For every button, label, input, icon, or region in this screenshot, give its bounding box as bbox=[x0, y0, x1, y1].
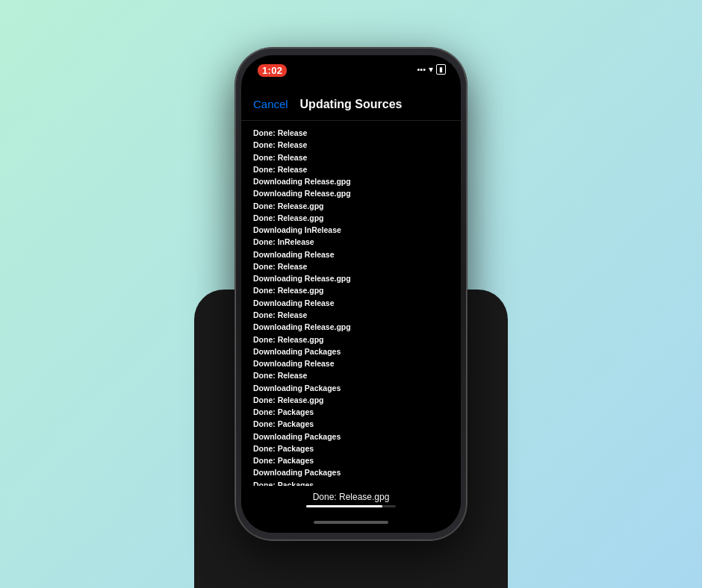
log-line: Downloading Release.gpg bbox=[253, 175, 449, 187]
log-line: Downloading Release.gpg bbox=[253, 187, 449, 199]
log-line: Done: Release.gpg bbox=[253, 200, 449, 212]
home-bar bbox=[314, 521, 388, 524]
log-line: Done: Release.gpg bbox=[253, 284, 449, 296]
log-line: Done: Release.gpg bbox=[253, 212, 449, 224]
log-line: Downloading Release bbox=[253, 357, 449, 369]
battery-container: ▮ bbox=[436, 64, 446, 75]
log-line: Downloading Release.gpg bbox=[253, 272, 449, 284]
progress-bar-fill bbox=[306, 505, 382, 507]
status-time: 1:02 bbox=[258, 64, 287, 77]
status-icons: ••• ▾ ▮ bbox=[417, 64, 446, 75]
log-line: Done: Release.gpg bbox=[253, 334, 449, 345]
log-line: Downloading Packages bbox=[253, 466, 449, 478]
log-line: Done: InRelease bbox=[253, 236, 449, 248]
log-line: Downloading Packages bbox=[253, 345, 449, 357]
cancel-button[interactable]: Cancel bbox=[253, 98, 288, 110]
log-line: Done: Release bbox=[253, 127, 449, 139]
log-line: Downloading Release bbox=[253, 297, 449, 309]
bottom-status: Done: Release.gpg bbox=[241, 486, 461, 512]
wifi-icon: ▾ bbox=[429, 64, 433, 75]
log-line: Done: Release bbox=[253, 139, 449, 151]
log-line: Downloading Release.gpg bbox=[253, 321, 449, 333]
navigation-bar: Cancel Updating Sources bbox=[241, 88, 461, 121]
log-line: Done: Release bbox=[253, 309, 449, 321]
log-line: Done: Packages bbox=[253, 418, 449, 430]
log-line: Done: Release.gpg bbox=[253, 394, 449, 406]
log-line: Done: Packages bbox=[253, 406, 449, 418]
log-line: Done: Release bbox=[253, 163, 449, 175]
current-status-text: Done: Release.gpg bbox=[313, 492, 390, 502]
log-line: Done: Release bbox=[253, 369, 449, 381]
log-line: Downloading Release bbox=[253, 248, 449, 260]
progress-bar-container bbox=[306, 505, 396, 507]
scene: 1:02 ••• ▾ ▮ Cancel Updating Sources Don… bbox=[0, 0, 702, 588]
phone-frame: 1:02 ••• ▾ ▮ Cancel Updating Sources Don… bbox=[235, 48, 467, 540]
log-area: Done: ReleaseDone: ReleaseDone: ReleaseD… bbox=[241, 121, 461, 486]
page-title: Updating Sources bbox=[300, 98, 403, 111]
home-indicator bbox=[241, 512, 461, 533]
phone-screen: 1:02 ••• ▾ ▮ Cancel Updating Sources Don… bbox=[241, 55, 461, 533]
log-line: Downloading Packages bbox=[253, 382, 449, 394]
log-line: Done: Release bbox=[253, 151, 449, 163]
signal-icon: ••• bbox=[417, 65, 426, 74]
log-line: Done: Packages bbox=[253, 442, 449, 454]
notch bbox=[302, 55, 400, 76]
log-line: Done: Packages bbox=[253, 479, 449, 486]
log-line: Done: Release bbox=[253, 260, 449, 272]
log-line: Downloading InRelease bbox=[253, 224, 449, 236]
log-line: Done: Packages bbox=[253, 454, 449, 466]
log-line: Downloading Packages bbox=[253, 431, 449, 442]
